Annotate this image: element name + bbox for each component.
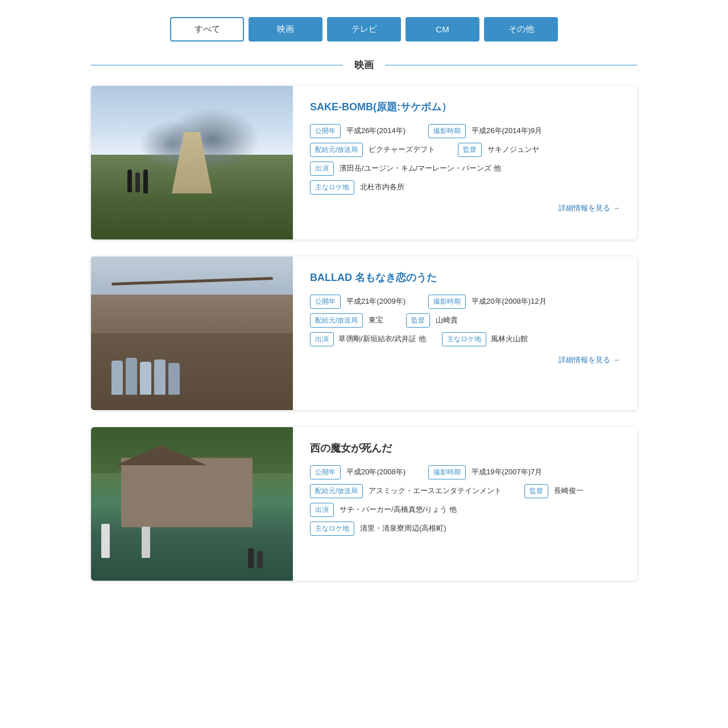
movie-card-3: 西の魔女が死んだ 公開年 平成20年(2008年) 撮影時期 平成19年(200…: [91, 427, 637, 581]
value-koukainen-1: 平成26年(2014年): [346, 124, 406, 136]
value-loca-2: 風林火山館: [491, 332, 528, 344]
value-loca-1: 北杜市内各所: [360, 180, 404, 192]
movie-image-1: [91, 86, 293, 239]
label-koukainen-1: 公開年: [310, 124, 341, 138]
label-satsuei-3: 撮影時期: [428, 465, 466, 479]
info-row-koukainen-1: 公開年 平成26年(2014年) 撮影時期 平成26年(2014年)9月: [310, 124, 620, 138]
filter-btn-movie[interactable]: 映画: [249, 17, 322, 42]
label-koukainen-3: 公開年: [310, 465, 341, 479]
detail-link-anchor-2[interactable]: 詳細情報を見る →: [559, 355, 620, 364]
label-shuen-1: 出演: [310, 162, 334, 176]
detail-link-anchor-1[interactable]: 詳細情報を見る →: [559, 204, 620, 212]
label-haikyuu-3: 配給元/放送局: [310, 484, 363, 498]
page-container: すべて 映画 テレビ CM その他 映画: [80, 0, 648, 615]
movie-list: SAKE-BOMB(原題:サケボム） 公開年 平成26年(2014年) 撮影時期…: [91, 86, 637, 581]
info-row-haikyuu-3: 配給元/放送局 アスミック・エースエンタテインメント 監督 長崎俊一: [310, 484, 620, 498]
value-satsuei-1: 平成26年(2014年)9月: [471, 124, 542, 136]
value-koukainen-2: 平成21年(2009年): [346, 295, 406, 307]
value-kantoku-1: サキノジュンヤ: [487, 143, 539, 155]
info-row-loca-1: 主なロケ地 北杜市内各所: [310, 180, 620, 195]
filter-btn-tv[interactable]: テレビ: [327, 17, 401, 42]
label-kantoku-3: 監督: [524, 484, 548, 498]
label-haikyuu-2: 配給元/放送局: [310, 313, 363, 328]
value-loca-3: 清里・清泉寮周辺(高根町): [360, 522, 446, 533]
movie-info-3: 西の魔女が死んだ 公開年 平成20年(2008年) 撮影時期 平成19年(200…: [293, 427, 637, 581]
info-row-loca-3: 主なロケ地 清里・清泉寮周辺(高根町): [310, 522, 620, 536]
info-row-koukainen-2: 公開年 平成21年(2009年) 撮影時期 平成20年(2008年)12月: [310, 295, 620, 309]
label-haikyuu-1: 配給元/放送局: [310, 143, 363, 157]
movie-title-3: 西の魔女が死んだ: [310, 441, 620, 455]
label-loca-1: 主なロケ地: [310, 180, 354, 195]
value-satsuei-2: 平成20年(2008年)12月: [471, 295, 547, 307]
info-row-koukainen-3: 公開年 平成20年(2008年) 撮影時期 平成19年(2007年)7月: [310, 465, 620, 479]
label-shuen-2: 出演: [310, 332, 334, 346]
movie-card-1: SAKE-BOMB(原題:サケボム） 公開年 平成26年(2014年) 撮影時期…: [91, 86, 637, 239]
detail-link-2: 詳細情報を見る →: [310, 355, 620, 365]
value-haikyuu-1: ピクチャーズデフト: [369, 143, 435, 155]
detail-link-1: 詳細情報を見る →: [310, 203, 620, 213]
filter-btn-cm[interactable]: CM: [406, 17, 479, 42]
label-satsuei-2: 撮影時期: [428, 295, 466, 309]
label-koukainen-2: 公開年: [310, 295, 341, 309]
label-kantoku-1: 監督: [458, 143, 482, 157]
value-haikyuu-3: アスミック・エースエンタテインメント: [369, 484, 502, 496]
value-shuen-2: 草彅剛/新垣結衣/武井証 他: [338, 332, 426, 344]
value-koukainen-3: 平成20年(2008年): [346, 465, 406, 477]
filter-btn-all[interactable]: すべて: [170, 17, 244, 42]
info-row-shuen-loca-2: 出演 草彅剛/新垣結衣/武井証 他 主なロケ地 風林火山館: [310, 332, 620, 346]
section-divider: 映画: [91, 59, 637, 72]
movie-image-3: [91, 427, 293, 581]
movie-title-1[interactable]: SAKE-BOMB(原題:サケボム）: [310, 100, 452, 114]
filter-bar: すべて 映画 テレビ CM その他: [91, 17, 637, 42]
label-shuen-3: 出演: [310, 503, 334, 517]
label-satsuei-1: 撮影時期: [428, 124, 466, 138]
movie-info-2: BALLAD 名もなき恋のうた 公開年 平成21年(2009年) 撮影時期 平成…: [293, 257, 637, 410]
label-kantoku-2: 監督: [406, 313, 430, 328]
value-kantoku-3: 長崎俊一: [554, 484, 584, 496]
movie-image-2: [91, 257, 293, 410]
info-row-shuen-1: 出演 濱田岳/ユージン・キム/マーレーン・バーンズ 他: [310, 162, 620, 176]
movie-card-2: BALLAD 名もなき恋のうた 公開年 平成21年(2009年) 撮影時期 平成…: [91, 257, 637, 410]
value-shuen-1: 濱田岳/ユージン・キム/マーレーン・バーンズ 他: [340, 162, 501, 173]
info-row-haikyuu-1: 配給元/放送局 ピクチャーズデフト 監督 サキノジュンヤ: [310, 143, 620, 157]
value-satsuei-3: 平成19年(2007年)7月: [471, 465, 542, 477]
value-kantoku-2: 山崎貴: [436, 313, 458, 325]
info-row-shuen-3: 出演 サチ・パーカー/高橋真悠/りょう 他: [310, 503, 620, 517]
value-shuen-3: サチ・パーカー/高橋真悠/りょう 他: [340, 503, 457, 515]
movie-info-1: SAKE-BOMB(原題:サケボム） 公開年 平成26年(2014年) 撮影時期…: [293, 86, 637, 239]
label-loca-2: 主なロケ地: [442, 332, 486, 346]
movie-title-2[interactable]: BALLAD 名もなき恋のうた: [310, 271, 437, 284]
section-title: 映画: [343, 59, 385, 72]
value-haikyuu-2: 東宝: [369, 313, 383, 325]
filter-btn-other[interactable]: その他: [484, 17, 558, 42]
label-loca-3: 主なロケ地: [310, 522, 354, 536]
info-row-haikyuu-2: 配給元/放送局 東宝 監督 山崎貴: [310, 313, 620, 328]
